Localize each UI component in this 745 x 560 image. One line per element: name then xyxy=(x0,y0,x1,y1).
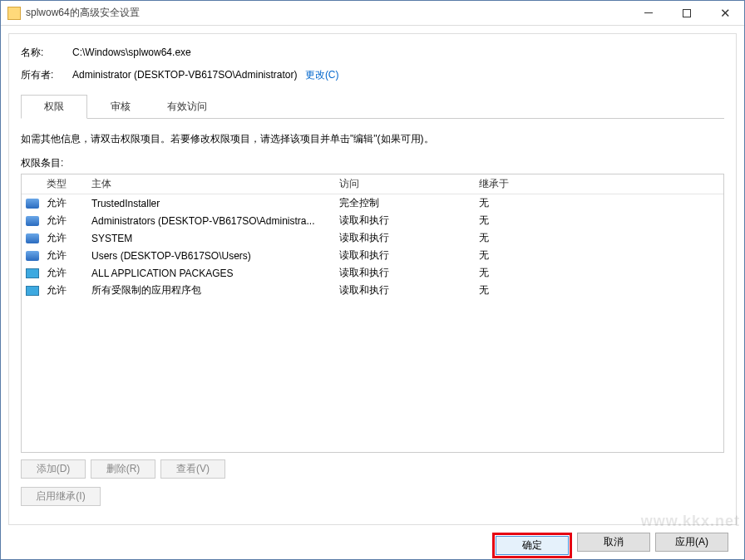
cell-inherited: 无 xyxy=(476,266,723,280)
cell-access: 读取和执行 xyxy=(336,214,476,228)
col-principal[interactable]: 主体 xyxy=(88,177,336,191)
cell-type: 允许 xyxy=(43,248,88,263)
cell-principal: SYSTEM xyxy=(88,233,336,244)
owner-value: Administrator (DESKTOP-VB617SO\Administr… xyxy=(72,68,724,82)
hint-text: 如需其他信息，请双击权限项目。若要修改权限项目，请选择该项目并单击"编辑"(如果… xyxy=(21,132,724,146)
tab-audit[interactable]: 审核 xyxy=(87,95,154,119)
cell-principal: Administrators (DESKTOP-VB617SO\Administ… xyxy=(88,215,336,227)
table-row[interactable]: 允许SYSTEM读取和执行无 xyxy=(22,229,723,247)
principal-icon xyxy=(26,233,39,243)
cell-principal: Users (DESKTOP-VB617SO\Users) xyxy=(88,250,336,262)
grid-header: 类型 主体 访问 继承于 xyxy=(22,174,723,194)
view-button[interactable]: 查看(V) xyxy=(160,459,225,479)
principal-icon xyxy=(26,216,39,226)
cell-access: 读取和执行 xyxy=(336,248,476,263)
cell-access: 完全控制 xyxy=(336,196,476,210)
table-row[interactable]: 允许ALL APPLICATION PACKAGES读取和执行无 xyxy=(22,264,723,282)
cell-inherited: 无 xyxy=(476,214,723,228)
close-button[interactable]: ✕ xyxy=(706,1,744,25)
cell-access: 读取和执行 xyxy=(336,266,476,280)
cell-inherited: 无 xyxy=(476,196,723,210)
permissions-grid[interactable]: 类型 主体 访问 继承于 允许TrustedInstaller完全控制无允许Ad… xyxy=(21,174,724,453)
table-row[interactable]: 允许Users (DESKTOP-VB617SO\Users)读取和执行无 xyxy=(22,247,723,264)
ok-button[interactable]: 确定 xyxy=(496,536,569,555)
owner-text: Administrator (DESKTOP-VB617SO\Administr… xyxy=(72,69,298,81)
ok-highlight: 确定 xyxy=(492,533,572,558)
col-type[interactable]: 类型 xyxy=(43,177,88,191)
title-bar: splwow64的高级安全设置 ✕ xyxy=(1,1,744,26)
principal-icon xyxy=(26,286,39,296)
minimize-icon xyxy=(644,12,653,13)
window-title: splwow64的高级安全设置 xyxy=(26,6,629,20)
table-row[interactable]: 允许Administrators (DESKTOP-VB617SO\Admini… xyxy=(22,212,723,229)
cell-principal: 所有受限制的应用程序包 xyxy=(88,283,336,297)
col-access[interactable]: 访问 xyxy=(336,177,476,191)
principal-icon xyxy=(26,251,39,261)
remove-button[interactable]: 删除(R) xyxy=(91,459,155,479)
cell-type: 允许 xyxy=(43,231,88,245)
change-owner-link[interactable]: 更改(C) xyxy=(305,69,339,81)
cell-principal: TrustedInstaller xyxy=(88,198,336,209)
owner-label: 所有者: xyxy=(21,68,72,82)
window-folder-icon xyxy=(7,7,21,20)
cell-inherited: 无 xyxy=(476,231,723,245)
close-icon: ✕ xyxy=(720,7,731,19)
main-panel: 名称: C:\Windows\splwow64.exe 所有者: Adminis… xyxy=(8,33,737,525)
name-label: 名称: xyxy=(21,46,72,60)
minimize-button[interactable] xyxy=(629,1,668,25)
tab-permissions[interactable]: 权限 xyxy=(21,95,87,119)
cell-type: 允许 xyxy=(43,196,88,210)
table-row[interactable]: 允许所有受限制的应用程序包读取和执行无 xyxy=(22,282,723,299)
system-buttons: ✕ xyxy=(629,1,744,25)
col-inherited[interactable]: 继承于 xyxy=(476,177,723,191)
enable-inheritance-button[interactable]: 启用继承(I) xyxy=(21,487,101,506)
cell-inherited: 无 xyxy=(476,283,723,297)
cell-access: 读取和执行 xyxy=(336,283,476,297)
tab-bar: 权限 审核 有效访问 xyxy=(21,94,724,119)
dialog-footer: 确定 取消 应用(A) xyxy=(8,525,737,558)
name-value: C:\Windows\splwow64.exe xyxy=(72,47,724,58)
add-button[interactable]: 添加(D) xyxy=(21,459,86,479)
principal-icon xyxy=(26,199,39,209)
maximize-icon xyxy=(683,9,691,17)
principal-icon xyxy=(26,268,39,278)
entries-label: 权限条目: xyxy=(21,156,724,170)
tab-effective-access[interactable]: 有效访问 xyxy=(154,95,220,119)
table-row[interactable]: 允许TrustedInstaller完全控制无 xyxy=(22,194,723,212)
cell-principal: ALL APPLICATION PACKAGES xyxy=(88,268,336,279)
maximize-button[interactable] xyxy=(668,1,706,25)
cell-access: 读取和执行 xyxy=(336,231,476,245)
cell-type: 允许 xyxy=(43,214,88,228)
cell-inherited: 无 xyxy=(476,248,723,263)
cell-type: 允许 xyxy=(43,283,88,297)
cell-type: 允许 xyxy=(43,266,88,280)
apply-button[interactable]: 应用(A) xyxy=(655,533,728,552)
cancel-button[interactable]: 取消 xyxy=(577,533,650,552)
